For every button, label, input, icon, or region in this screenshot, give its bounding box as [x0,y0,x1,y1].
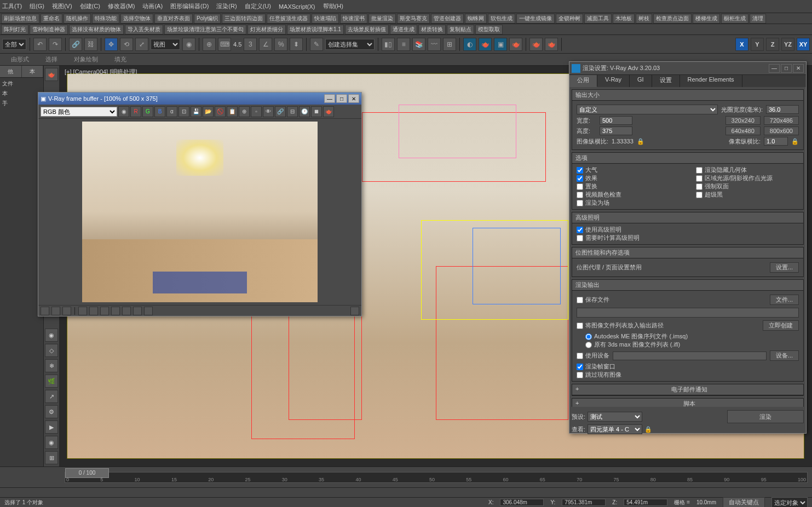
list-item[interactable]: 手 [1,99,42,108]
script-button[interactable]: 重命名 [41,14,62,24]
mirror-icon[interactable]: ▮▯ [382,38,395,51]
named-selection-set[interactable]: 创建选择集 [325,39,375,50]
minimize-icon[interactable]: — [769,64,780,73]
render-last-icon[interactable]: 🫖 [529,38,543,51]
script-button[interactable]: 减面工具 [584,14,612,24]
lock-icon-2[interactable]: 🔒 [791,138,799,145]
chk-compute-adv[interactable] [577,235,583,241]
chk-2sided[interactable] [696,183,702,190]
vfb-cc-6[interactable] [133,307,142,315]
script-button[interactable]: 阵列灯光 [1,25,28,34]
vt-icon-1[interactable]: ◉ [45,329,58,342]
chk-effects[interactable] [577,175,583,182]
chk-skip-existing[interactable] [577,372,583,378]
vt-icon-9[interactable]: ⊞ [45,451,58,464]
script-button[interactable]: 场景垃圾清理注意第三个不要勾 [164,25,246,34]
list-item[interactable]: 本 [1,89,42,99]
list-item[interactable]: 文件 [1,79,42,89]
unlink-icon[interactable]: ⛓ [84,38,97,51]
menu-help[interactable]: 帮助(H) [323,2,343,10]
menu-views[interactable]: 视图(V) [52,2,72,10]
vfb-cc-3[interactable] [100,307,109,315]
create-now-button[interactable]: 立即创建 [763,320,799,331]
vfb-cc-5[interactable] [122,307,131,315]
schematic-icon[interactable]: ⊞ [443,38,456,51]
close-icon[interactable]: ✕ [348,94,359,103]
chk-use-device[interactable] [577,353,583,359]
rs-tab-common[interactable]: 公用 [569,75,597,87]
vfb-rgb-icon[interactable]: ◉ [118,106,129,117]
vfb-history-icon[interactable]: 🕐 [299,106,310,117]
script-button[interactable]: 检查质点边面 [653,14,692,24]
vfb-clear-icon[interactable]: 🚫 [215,106,226,117]
script-button[interactable]: 楼梯生成 [693,14,720,24]
vt-icon-8[interactable]: ◉ [45,436,58,449]
quick-render-icon[interactable]: 🫖 [545,38,558,51]
coord-y[interactable]: 7951.381m [562,499,606,506]
ribbon-select[interactable]: 选择 [45,55,57,64]
named-sel-edit-icon[interactable]: ✎ [310,38,323,51]
preset-select[interactable]: 测试 [588,412,642,422]
vfb-copy-icon[interactable]: 📋 [227,106,238,117]
vfb-mono-icon[interactable]: ⊡ [178,106,189,117]
vfb-hist-2[interactable] [51,307,60,315]
coord-z[interactable]: 54.491m [624,499,667,506]
vfb-cc-2[interactable] [89,307,98,315]
axis-xy[interactable]: XY [797,38,810,51]
render-setup-icon[interactable]: 🫖 [479,38,492,51]
rs-tab-gi[interactable]: GI [630,75,652,87]
render-button[interactable]: 渲染 [727,410,804,423]
vfb-load-icon[interactable]: 📂 [203,106,214,117]
menu-modifiers[interactable]: 修改器(M) [108,2,135,10]
aperture-field[interactable] [766,105,799,114]
rs-tab-re[interactable]: Render Elements [680,75,742,87]
vfb-track-icon[interactable]: ⊕ [239,106,250,117]
close-icon[interactable]: ✕ [793,64,804,73]
script-button[interactable]: 蜘蛛网 [465,14,487,24]
link-icon[interactable]: 🔗 [69,38,82,51]
chk-render-fields[interactable] [577,200,583,206]
vfb-cc-1[interactable] [78,307,87,315]
vfb-hist-1[interactable] [41,307,49,315]
vt-icon-4[interactable]: 🌿 [45,375,58,388]
script-button[interactable]: 橱柜生成 [721,14,748,24]
script-button[interactable]: 软包生成 [488,14,515,24]
chk-put-list[interactable] [577,322,583,329]
vfb-dup-icon[interactable]: ⊟ [287,106,298,117]
script-button[interactable]: 垂直对齐表面 [154,14,193,24]
script-button[interactable]: 任意披顶生成器 [267,14,310,24]
script-button[interactable]: 材质转换 [418,25,446,34]
render-production-icon[interactable]: 🫖 [509,38,522,51]
script-button[interactable]: 全锁种树 [556,14,583,24]
vfb-link-icon[interactable]: 🔗 [275,106,286,117]
ribbon-paint[interactable]: 对象绘制 [74,55,98,64]
output-preset-select[interactable]: 自定义 [577,105,718,114]
script-button[interactable]: 雪种制造神器 [30,25,68,34]
vt-icon-6[interactable]: ⚙ [45,405,58,418]
rs-tab-settings[interactable]: 设置 [652,75,680,87]
rollout-bitmap[interactable]: 位图性能和内存选项 [572,247,803,258]
ref-coord-select[interactable]: 视图 [151,39,180,50]
script-button[interactable]: 刷新场景信息 [1,14,39,24]
preset-320x240[interactable]: 320x240 [725,116,761,125]
select-scale-icon[interactable]: ⤢ [135,38,148,51]
angle-snap-icon[interactable]: ∠ [259,38,272,51]
viewport-label[interactable]: [+] [Camera004] [明暗处理] [65,68,137,76]
script-button[interactable]: 特殊功能 [92,14,119,24]
script-button[interactable]: 随机操作 [64,14,91,24]
curve-editor-icon[interactable]: 〰 [428,38,441,51]
vfb-canvas[interactable] [38,119,361,305]
keyboard-shortcut-icon[interactable]: ⌨ [218,38,231,51]
snap-3d-icon[interactable]: 3 [244,38,257,51]
script-button[interactable]: 灯光材质细分 [247,25,286,34]
redo-icon[interactable]: ↷ [49,38,62,51]
preset-640x480[interactable]: 640x480 [725,126,761,135]
script-button[interactable]: 树枝 [636,14,652,24]
left-tab-2[interactable]: 本 [22,66,44,77]
script-button[interactable]: 通道生成 [390,25,417,34]
time-slider-track[interactable]: 0 / 100 05101520253035404550556065707580… [65,472,808,483]
undo-icon[interactable]: ↶ [33,38,47,51]
rollout-output-size[interactable]: 输出大小 [572,90,803,101]
vfb-render-last-icon[interactable]: 🫖 [323,106,334,117]
preset-800x600[interactable]: 800x600 [764,126,799,135]
